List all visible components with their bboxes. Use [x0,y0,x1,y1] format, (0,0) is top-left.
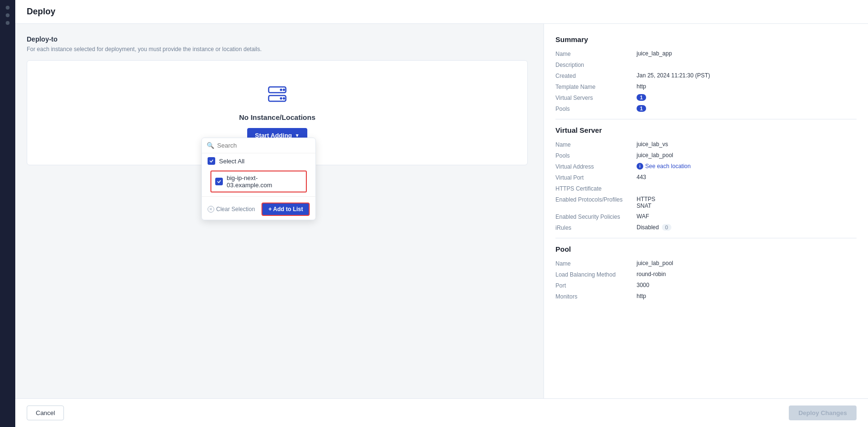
select-all-checkbox[interactable] [208,157,215,165]
select-all-item[interactable]: Select All [202,153,315,169]
instance-item[interactable]: big-ip-next-03.example.com [210,171,307,192]
content-area: Deploy-to For each instance selected for… [15,24,868,398]
dropdown-actions: ✕ Clear Selection + Add to List [202,199,315,220]
no-instance-text: No Instance/Locations [239,113,315,121]
summary-pools-badge: 1 [637,105,646,112]
instance-row-wrapper: big-ip-next-03.example.com [202,169,315,194]
pool-port-row: Port 3000 [555,282,857,289]
pool-monitors-value: http [637,293,646,299]
dropdown-divider [202,196,315,197]
vs-https-row: HTTPS Certificate [555,185,857,192]
vs-name-label: Name [555,141,637,148]
summary-description-label: Description [555,61,637,68]
left-nav [0,0,15,427]
summary-vs-badge: 1 [637,94,646,101]
vs-https-label: HTTPS Certificate [555,185,637,192]
clear-icon: ✕ [208,206,214,213]
pool-monitors-row: Monitors http [555,293,857,300]
summary-template-row: Template Name http [555,83,857,90]
vs-security-label: Enabled Security Policies [555,213,637,220]
summary-vs-row: Virtual Servers 1 [555,94,857,101]
nav-dot [6,21,10,25]
vs-protocols-row: Enabled Protocols/Profiles HTTPS SNAT [555,196,857,209]
summary-template-value: http [637,83,646,90]
pool-name-label: Name [555,260,637,267]
svg-point-5 [280,97,282,99]
deploy-changes-button[interactable]: Deploy Changes [789,406,857,420]
instance-label: big-ip-next-03.example.com [227,174,302,189]
summary-description-row: Description [555,61,857,68]
vs-address-label: Virtual Address [555,163,637,170]
vs-address-row: Virtual Address i See each location [555,163,857,170]
summary-vs-label: Virtual Servers [555,94,637,101]
vs-address-link[interactable]: i See each location [637,163,690,170]
server-icon [266,83,289,107]
vs-name-row: Name juice_lab_vs [555,141,857,148]
pool-lb-label: Load Balancing Method [555,271,637,278]
vs-irules-label: iRules [555,224,637,231]
vs-port-value: 443 [637,174,646,181]
summary-created-row: Created Jan 25, 2024 11:21:30 (PST) [555,72,857,79]
page-title: Deploy [27,7,857,17]
pool-section-title: Pool [555,245,857,253]
vs-section-title: Virtual Server [555,126,857,134]
vs-port-label: Virtual Port [555,174,637,181]
summary-pools-row: Pools 1 [555,105,857,112]
info-icon: i [637,163,643,170]
irules-value-container: Disabled 0 [637,224,671,231]
summary-pools-label: Pools [555,105,637,112]
dropdown-panel: 🔍 Select All [201,138,316,220]
main-content: Deploy Deploy-to For each instance selec… [15,0,868,427]
vs-pools-label: Pools [555,152,637,159]
page-header: Deploy [15,0,868,24]
summary-name-value: juice_lab_app [637,50,672,57]
pool-name-value: juice_lab_pool [637,260,673,267]
vs-irules-value: Disabled [637,224,659,231]
svg-point-4 [283,97,285,99]
cancel-button[interactable]: Cancel [27,406,64,420]
summary-divider-1 [555,119,857,119]
vs-pools-value: juice_lab_pool [637,152,673,159]
search-input[interactable] [217,142,311,149]
summary-divider-2 [555,238,857,238]
pool-port-value: 3000 [637,282,649,288]
pool-name-row: Name juice_lab_pool [555,260,857,267]
footer: Cancel Deploy Changes [15,398,868,427]
summary-created-label: Created [555,72,637,79]
vs-protocols-value: HTTPS SNAT [637,196,655,209]
summary-created-value: Jan 25, 2024 11:21:30 (PST) [637,72,710,79]
search-icon: 🔍 [207,142,214,149]
svg-point-3 [280,88,282,91]
select-all-label: Select All [219,158,244,165]
add-to-list-button[interactable]: + Add to List [261,203,310,216]
vs-name-value: juice_lab_vs [637,141,668,148]
summary-template-label: Template Name [555,83,637,90]
pool-port-label: Port [555,282,637,289]
vs-irules-row: iRules Disabled 0 [555,224,857,231]
instance-checkbox[interactable] [215,178,223,185]
vs-port-row: Virtual Port 443 [555,174,857,181]
vs-irules-badge: 0 [662,224,671,231]
summary-name-row: Name juice_lab_app [555,50,857,57]
nav-dot [6,13,10,17]
chevron-down-icon: ▼ [295,133,300,138]
vs-security-row: Enabled Security Policies WAF [555,213,857,220]
svg-point-2 [283,88,285,91]
summary-panel: Summary Name juice_lab_app Description C… [544,24,868,398]
summary-name-label: Name [555,50,637,57]
pool-lb-value: round-robin [637,271,666,278]
pool-monitors-label: Monitors [555,293,637,300]
summary-title: Summary [555,35,857,43]
clear-selection-button[interactable]: ✕ Clear Selection [208,206,255,213]
deploy-to-desc: For each instance selected for deploymen… [27,46,532,53]
vs-security-value: WAF [637,213,649,220]
vs-pools-row: Pools juice_lab_pool [555,152,857,159]
deploy-to-label: Deploy-to [27,35,532,43]
main-panel: Deploy-to For each instance selected for… [15,24,544,398]
search-row: 🔍 [202,138,315,153]
vs-protocols-label: Enabled Protocols/Profiles [555,196,637,203]
nav-dot [6,6,10,10]
pool-lb-row: Load Balancing Method round-robin [555,271,857,278]
